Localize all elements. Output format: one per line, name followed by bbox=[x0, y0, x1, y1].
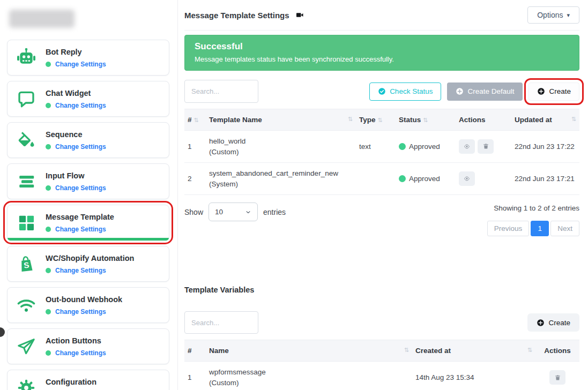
bars-icon bbox=[14, 172, 39, 191]
plus-circle-icon bbox=[456, 87, 464, 95]
sort-icon[interactable]: ⇅ bbox=[377, 117, 382, 123]
check-status-button[interactable]: Check Status bbox=[369, 82, 441, 101]
pagination: Previous 1 Next bbox=[487, 221, 579, 236]
delete-button[interactable] bbox=[478, 139, 494, 154]
app-logo bbox=[9, 10, 75, 28]
sidebar-item-label: Chat Widget bbox=[46, 89, 91, 98]
options-button[interactable]: Options ▾ bbox=[527, 6, 579, 24]
sidebar-item-label: Sequence bbox=[46, 130, 83, 139]
table-row: 1 hello_world (Custom) text Approved bbox=[184, 131, 579, 163]
check-circle-icon bbox=[378, 87, 386, 95]
create-button[interactable]: Create bbox=[529, 82, 579, 101]
sidebar-item-label: Message Template bbox=[46, 213, 114, 221]
success-alert: Successful Message templates status have… bbox=[184, 35, 579, 71]
templates-search-input[interactable] bbox=[184, 80, 258, 103]
sort-icon[interactable]: ⇅ bbox=[193, 117, 198, 123]
sort-icon[interactable]: ⇅ bbox=[348, 116, 353, 123]
change-settings-link[interactable]: Change Settings bbox=[55, 308, 106, 316]
sidebar-item-label: WC/Shopify Automation bbox=[46, 254, 134, 262]
sidebar-item-label: Configuration bbox=[46, 378, 96, 386]
wifi-icon bbox=[14, 295, 39, 316]
col-header-template-name[interactable]: Template Name⇅ bbox=[206, 109, 356, 131]
robot-icon bbox=[14, 47, 39, 69]
approved-dot bbox=[399, 143, 406, 150]
table-row: 1 wpformsmessage (Custom) 14th Aug 23 15… bbox=[184, 362, 579, 390]
actions-cell bbox=[456, 163, 511, 195]
chat-bubble-icon bbox=[14, 89, 39, 109]
sidebar: Bot Reply Change Settings Chat Widget Ch… bbox=[0, 0, 178, 390]
col-header-created-at[interactable]: Created at⇅ bbox=[412, 340, 535, 362]
row-num: 1 bbox=[184, 131, 206, 163]
col-header-name[interactable]: Name⇅ bbox=[206, 340, 412, 362]
variables-search-input[interactable] bbox=[184, 311, 258, 334]
sidebar-item-wc-shopify-automation[interactable]: S WC/Shopify Automation Change Settings bbox=[7, 246, 169, 282]
status-cell: Approved bbox=[396, 131, 456, 163]
alert-message: Message templates status have been synch… bbox=[195, 55, 569, 63]
paint-fill-icon bbox=[14, 130, 39, 151]
change-settings-link[interactable]: Change Settings bbox=[55, 267, 106, 274]
plus-circle-icon bbox=[537, 87, 545, 95]
col-header-num[interactable]: # ⇅ bbox=[184, 109, 206, 131]
template-name-cell: hello_world (Custom) bbox=[206, 131, 356, 163]
sidebar-item-label: Out-bound Webhook bbox=[46, 295, 122, 304]
videocam-icon[interactable] bbox=[295, 11, 305, 19]
svg-text:S: S bbox=[23, 260, 29, 269]
templates-table: # ⇅ Template Name⇅ Type ⇅ Status ⇅ Actio… bbox=[184, 109, 579, 195]
sort-icon[interactable]: ⇅ bbox=[527, 347, 532, 354]
sidebar-item-label: Bot Reply bbox=[46, 48, 82, 56]
change-settings-link[interactable]: Change Settings bbox=[55, 184, 106, 192]
table-header-row: # ⇅ Template Name⇅ Type ⇅ Status ⇅ Actio… bbox=[184, 109, 579, 131]
create-default-button[interactable]: Create Default bbox=[447, 82, 523, 101]
updated-at-cell: 22nd Jun 23 17:21 bbox=[511, 163, 579, 195]
sidebar-item-message-template[interactable]: Message Template Change Settings bbox=[7, 205, 169, 241]
sidebar-item-outbound-webhook[interactable]: Out-bound Webhook Change Settings bbox=[7, 287, 169, 323]
sort-icon[interactable]: ⇅ bbox=[404, 347, 409, 354]
variables-table: # Name⇅ Created at⇅ Actions 1 wpformsmes… bbox=[184, 340, 579, 390]
template-name-cell: system_abandoned_cart_reminder_new (Syst… bbox=[206, 163, 356, 195]
status-dot bbox=[46, 350, 51, 356]
col-header-status[interactable]: Status ⇅ bbox=[396, 109, 456, 131]
row-num: 2 bbox=[184, 163, 206, 195]
sidebar-item-chat-widget[interactable]: Chat Widget Change Settings bbox=[7, 81, 169, 117]
change-settings-link[interactable]: Change Settings bbox=[55, 61, 106, 68]
chevron-down-icon bbox=[245, 209, 251, 215]
change-settings-link[interactable]: Change Settings bbox=[55, 226, 106, 233]
sidebar-item-action-buttons[interactable]: Action Buttons Change Settings bbox=[7, 328, 169, 364]
status-dot bbox=[46, 268, 51, 273]
status-dot bbox=[46, 309, 51, 314]
previous-page-button[interactable]: Previous bbox=[487, 221, 530, 236]
status-dot bbox=[46, 103, 51, 108]
variables-create-button[interactable]: Create bbox=[527, 313, 579, 332]
sidebar-item-input-flow[interactable]: Input Flow Change Settings bbox=[7, 163, 169, 199]
sort-icon[interactable]: ⇅ bbox=[423, 117, 428, 123]
entries-summary: Showing 1 to 2 of 2 entries bbox=[487, 202, 579, 212]
main-content: Message Template Settings Options ▾ Succ… bbox=[178, 0, 588, 390]
col-header-type[interactable]: Type ⇅ bbox=[356, 109, 396, 131]
change-settings-link[interactable]: Change Settings bbox=[55, 102, 106, 109]
actions-cell bbox=[456, 131, 511, 163]
updated-at-cell: 22nd Jun 23 17:22 bbox=[511, 131, 579, 163]
sort-icon[interactable]: ⇅ bbox=[571, 116, 576, 123]
show-label: Show bbox=[184, 208, 203, 216]
next-page-button[interactable]: Next bbox=[550, 221, 579, 236]
page-size-select[interactable]: 10 bbox=[209, 202, 258, 221]
shopify-bag-icon: S bbox=[14, 253, 39, 275]
type-cell: text bbox=[356, 131, 396, 163]
view-button[interactable] bbox=[459, 139, 475, 154]
delete-button[interactable] bbox=[549, 370, 565, 385]
paper-plane-icon bbox=[14, 336, 39, 357]
sidebar-item-label: Input Flow bbox=[46, 171, 84, 180]
sidebar-item-configuration[interactable]: Configuration Change Settings bbox=[7, 370, 169, 390]
page-1-button[interactable]: 1 bbox=[531, 221, 549, 236]
change-settings-link[interactable]: Change Settings bbox=[55, 143, 106, 151]
status-dot bbox=[46, 227, 51, 232]
view-button[interactable] bbox=[459, 171, 475, 186]
sidebar-item-sequence[interactable]: Sequence Change Settings bbox=[7, 122, 169, 158]
approved-dot bbox=[399, 175, 406, 182]
change-settings-link[interactable]: Change Settings bbox=[55, 349, 106, 357]
created-at-cell: 14th Aug 23 15:34 bbox=[412, 362, 535, 390]
status-cell: Approved bbox=[396, 163, 456, 195]
sidebar-item-bot-reply[interactable]: Bot Reply Change Settings bbox=[7, 40, 169, 76]
table-row: 2 system_abandoned_cart_reminder_new (Sy… bbox=[184, 163, 579, 195]
col-header-updated-at[interactable]: Updated at⇅ bbox=[511, 109, 579, 131]
